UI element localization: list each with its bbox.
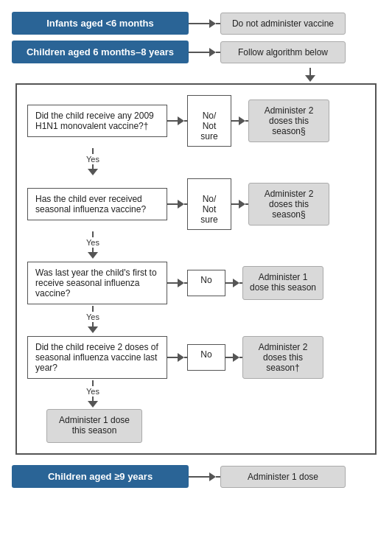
- infants-connector-line: [189, 23, 209, 24]
- q3-arrow: [178, 279, 184, 287]
- q2-arrow: [178, 200, 184, 209]
- q4-result-text: Administer 2 doses this season†: [259, 342, 308, 373]
- children-6-8-row: Children aged 6 months–8 years Follow al…: [12, 41, 380, 63]
- q1-yes-arrow: [88, 169, 98, 175]
- q2-no-arrow: [239, 200, 245, 209]
- c9-line1: [189, 476, 209, 478]
- q1-connector: [167, 116, 187, 125]
- q1-row: Did the child receive any 2009 H1N1 mono…: [27, 95, 365, 147]
- q4-no-box: No: [187, 344, 225, 371]
- q4-arrow: [178, 353, 184, 362]
- q3-yes-arrow: [88, 326, 98, 333]
- c68-down-line: [309, 68, 311, 75]
- q2-yes-connector: Yes: [86, 231, 99, 259]
- q2-result-text: Administer 2 doses this season§: [265, 189, 314, 220]
- children-9plus-result: Administer 1 dose: [220, 466, 346, 488]
- q2-no-line1: [231, 203, 239, 205]
- final-result-container: Administer 1 dose this season: [46, 409, 142, 443]
- q1-line1: [167, 120, 178, 122]
- q1-box: Did the child receive any 2009 H1N1 mono…: [27, 105, 167, 137]
- q2-line1: [167, 203, 178, 205]
- q3-no-box: No: [187, 270, 225, 296]
- c9-connector: [189, 472, 220, 481]
- children-6-8-result: Follow algorithm below: [220, 41, 346, 63]
- q4-result: Administer 2 doses this season†: [242, 336, 323, 379]
- q4-yes-label: Yes: [86, 387, 99, 396]
- q4-box: Did the child receive 2 doses of seasona…: [27, 336, 167, 379]
- q3-box: Was last year the child's first to recei…: [27, 262, 167, 304]
- q4-yes-arrow: [88, 401, 98, 408]
- infants-result: Do not administer vaccine: [220, 13, 346, 35]
- q2-connector: [167, 200, 187, 209]
- q3-no-connector: [225, 279, 242, 287]
- q3-no-arrow: [233, 279, 239, 287]
- q2-yes-label: Yes: [86, 238, 99, 247]
- q4-no-connector: [225, 353, 242, 362]
- q2-yes-line: [92, 231, 94, 237]
- final-result: Administer 1 dose this season: [46, 409, 142, 443]
- q4-no-label: No: [200, 349, 211, 360]
- q2-no-connector: [231, 200, 248, 209]
- q4-text: Did the child receive 2 doses of seasona…: [35, 342, 158, 373]
- q1-no-box: No/ Not sure: [187, 95, 231, 147]
- c68-down-arrow: [305, 75, 315, 82]
- q2-row: Has the child ever received seasonal inf…: [27, 178, 365, 230]
- q4-yes-connector: Yes: [86, 380, 99, 408]
- q3-row: Was last year the child's first to recei…: [27, 262, 365, 304]
- q1-no-line1: [231, 120, 239, 122]
- q1-arrow: [178, 116, 184, 125]
- q4-yes-line: [92, 380, 94, 386]
- q1-no-connector: [231, 116, 248, 125]
- infants-row: Infants aged <6 months Do not administer…: [12, 12, 380, 35]
- q4-connector: [167, 353, 187, 362]
- c68-arrow: [209, 48, 216, 57]
- q2-result: Administer 2 doses this season§: [248, 183, 329, 226]
- q3-line1: [167, 282, 178, 284]
- children-9plus-label: Children aged ≥9 years: [12, 465, 189, 488]
- q3-yes-connector: Yes: [86, 306, 99, 333]
- q3-no-label: No: [200, 275, 211, 285]
- q3-yes-label: Yes: [86, 312, 99, 321]
- flowchart: Infants aged <6 months Do not administer…: [12, 12, 380, 491]
- q1-yes-label: Yes: [86, 155, 99, 164]
- q3-no-line1: [225, 282, 233, 284]
- q2-box: Has the child ever received seasonal inf…: [27, 188, 167, 220]
- q3-connector: [167, 279, 187, 287]
- q1-yes-connector: Yes: [86, 148, 99, 175]
- q1-yes-line: [92, 148, 94, 154]
- q1-text: Did the child receive any 2009 H1N1 mono…: [35, 111, 154, 131]
- q3-text: Was last year the child's first to recei…: [35, 268, 157, 298]
- c9-arrow: [209, 472, 216, 481]
- q2-text: Has the child ever received seasonal inf…: [35, 194, 146, 214]
- q4-no-line1: [225, 357, 233, 358]
- q2-no-label: No/ Not sure: [200, 194, 217, 225]
- q4-row: Did the child receive 2 doses of seasona…: [27, 336, 365, 379]
- q1-result-text: Administer 2 doses this season§: [265, 105, 314, 136]
- q2-no-box: No/ Not sure: [187, 178, 231, 230]
- q1-no-arrow: [239, 116, 245, 125]
- q1-no-label: No/ Not sure: [200, 111, 217, 142]
- c68-down-connector: [305, 68, 315, 82]
- children-6-8-label: Children aged 6 months–8 years: [12, 41, 189, 63]
- q1-result: Administer 2 doses this season§: [248, 99, 329, 142]
- q3-yes-line: [92, 306, 94, 312]
- q4-no-arrow: [233, 353, 239, 362]
- q2-yes-arrow: [88, 252, 98, 259]
- c68-connector-line: [189, 52, 209, 53]
- final-result-text: Administer 1 dose this season: [59, 415, 130, 436]
- algorithm-container: Did the child receive any 2009 H1N1 mono…: [15, 83, 377, 455]
- infants-label: Infants aged <6 months: [12, 12, 189, 35]
- q4-line1: [167, 357, 178, 358]
- q3-result: Administer 1 dose this season: [242, 266, 323, 300]
- q3-result-text: Administer 1 dose this season: [250, 272, 316, 293]
- infants-arrow: [209, 19, 216, 28]
- children-9plus-row: Children aged ≥9 years Administer 1 dose: [12, 465, 380, 488]
